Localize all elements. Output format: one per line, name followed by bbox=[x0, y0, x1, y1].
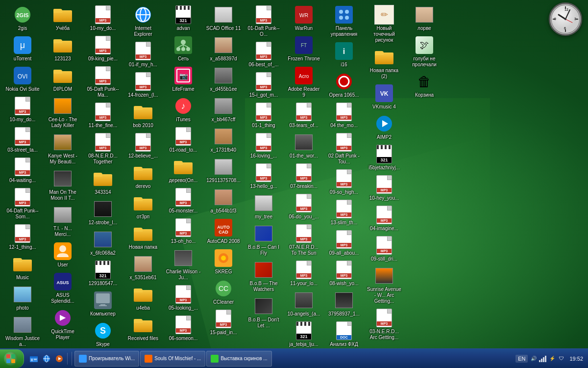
icon-mp3-01if[interactable]: 01-if_my_h... bbox=[123, 39, 163, 69]
ql-player[interactable] bbox=[53, 353, 65, 365]
ql-show-desktop[interactable] bbox=[28, 353, 40, 365]
icon-mp3-08nerd[interactable]: 08-N.E.R.D... Together bbox=[83, 131, 122, 166]
icon-photo-37958[interactable]: 37958937_1... bbox=[324, 289, 364, 318]
icon-sketch-new[interactable]: Новый точечный рисунок bbox=[365, 3, 404, 44]
icon-mp3-09kingpie[interactable]: 09-king_pie... bbox=[83, 33, 122, 63]
icon-photo-tl[interactable]: T.I. - N... Merci... bbox=[43, 203, 82, 238]
icon-mp3-05monster[interactable]: 05-monster... bbox=[164, 185, 203, 215]
icon-clap-i5bjet[interactable]: i5bjetazhniyj... bbox=[365, 142, 404, 172]
taskbar-mischief-btn[interactable]: Souls Of Mischief - ... bbox=[140, 351, 205, 367]
icon-photo-charlie[interactable]: Charlie Wilson - Ju... bbox=[164, 246, 203, 282]
icon-photo-bobwatch[interactable]: B.o.B — The Watchers bbox=[244, 258, 283, 293]
icon-korzina[interactable]: 🗑Корзина bbox=[405, 70, 444, 99]
icon-frozen[interactable]: FTFrozen Throne bbox=[284, 33, 323, 63]
taskbar-clock[interactable]: 19:52 bbox=[567, 356, 585, 362]
icon-mp3-04imagine[interactable]: 04-imagine... bbox=[365, 203, 404, 233]
icon-mp3-08wish[interactable]: 08-wish_yo... bbox=[324, 258, 364, 288]
icon-opera[interactable]: Opera 1065... bbox=[324, 70, 364, 99]
icon-mp3-03nerd[interactable]: 03-N.E.R.D... Arc Getting... bbox=[365, 306, 404, 342]
icon-mp3-06someone[interactable]: 06-someon... bbox=[164, 313, 203, 342]
icon-mp3-06doyou[interactable]: 06-do_you_... bbox=[284, 191, 323, 221]
icon-photo-x1731[interactable]: x_1731fb40 bbox=[204, 125, 243, 154]
icon-folder-ot3rp[interactable]: от3рп bbox=[123, 191, 163, 221]
icon-photo-photo[interactable]: photo bbox=[3, 283, 42, 312]
icon-itunes[interactable]: ♪iTunes bbox=[164, 94, 203, 124]
icon-comp[interactable]: Компьютер bbox=[83, 289, 122, 318]
icon-photo-x6f[interactable]: x_6fc068a2 bbox=[83, 228, 122, 257]
ql-ie[interactable] bbox=[41, 353, 52, 365]
icon-photo-ab544[interactable]: a_b544b1f3 bbox=[204, 185, 243, 215]
icon-ovi[interactable]: OVINokia Ovi Suite bbox=[3, 64, 42, 93]
icon-folder-123123[interactable]: 123123 bbox=[43, 33, 82, 63]
icon-photo-12strobe[interactable]: 12-strobe_l... bbox=[83, 197, 122, 227]
icon-autocad[interactable]: AUTOCADAutoCAD 2008 bbox=[204, 216, 243, 245]
icon-photo-wisdom[interactable]: Wisdom Justice a... bbox=[3, 313, 42, 348]
icon-photo-x5351[interactable]: x_5351eb61 bbox=[123, 252, 163, 282]
tray-network-icon[interactable] bbox=[539, 355, 547, 363]
icon-mp3-04daft[interactable]: 04-Daft Punk--Som... bbox=[3, 185, 42, 221]
icon-mp3-07nerd[interactable]: 07-N.E.R.D... To The Sun bbox=[284, 222, 323, 257]
icon-folder-derevo[interactable]: derevo bbox=[123, 161, 163, 190]
icon-folder-ucheба[interactable]: Учёба bbox=[43, 3, 82, 32]
icon-mp3-13ohhow[interactable]: 13-oh_ho... bbox=[164, 216, 203, 245]
icon-folder-derevo2[interactable]: дерево(Ол... bbox=[164, 155, 203, 184]
icon-folder-u4eba[interactable]: u4eba bbox=[123, 283, 163, 312]
icon-mp3-04waiting[interactable]: 04-waiting... bbox=[3, 155, 42, 184]
icon-mp3-121thing[interactable]: 12-1_thing... bbox=[3, 222, 42, 251]
icon-photo-xbb467[interactable]: x_bb467cff bbox=[204, 94, 243, 124]
icon-folder-novaya[interactable]: Новая папка bbox=[123, 222, 163, 251]
icon-photo-lorve[interactable]: лорве bbox=[405, 3, 444, 32]
icon-mp3-01daft2[interactable]: 01-Daft Punk--O... bbox=[244, 3, 283, 38]
icon-mp3-15igot[interactable]: 15-i_got_m... bbox=[244, 70, 283, 99]
icon-folder-received[interactable]: Received files bbox=[123, 313, 163, 342]
icon-utorrent[interactable]: μuTorrent bbox=[3, 33, 42, 63]
icon-folder-novaya2[interactable]: Новая папка (2) bbox=[365, 45, 404, 80]
icon-mp3-10my[interactable]: 10-my_do... bbox=[3, 94, 42, 124]
icon-i16[interactable]: ii16 bbox=[324, 39, 364, 69]
icon-mp3-16loving[interactable]: 16-loving_... bbox=[244, 131, 283, 160]
icon-mp3-15paid[interactable]: 15-paid_in... bbox=[204, 307, 243, 337]
icon-adobe[interactable]: AcroAdobe Reader 9 bbox=[284, 64, 323, 99]
icon-mp3-04themo[interactable]: 04 the_mo... bbox=[324, 100, 364, 130]
icon-mp3-11yourlo[interactable]: 11-your_lo... bbox=[284, 258, 323, 288]
icon-photo-xa588[interactable]: x_a588397d bbox=[204, 33, 243, 63]
icon-photo-manonmoon[interactable]: Man On The Moon II T... bbox=[43, 167, 82, 202]
icon-photo-scad[interactable]: SCAD Office 11 bbox=[204, 3, 243, 32]
icon-mp3-11fine[interactable]: 11-the_fine... bbox=[83, 100, 122, 130]
icon-photo-mytree[interactable]: my_tree bbox=[244, 191, 283, 221]
icon-photo-01theworld[interactable]: 01-the_wor... bbox=[284, 131, 323, 160]
language-indicator[interactable]: EN bbox=[515, 355, 528, 363]
icon-vkmusic[interactable]: VKVKmusic 4 bbox=[365, 81, 404, 111]
icon-golubi[interactable]: 🕊голуби не пролечали bbox=[405, 33, 444, 69]
icon-skype[interactable]: SSkype bbox=[83, 319, 122, 348]
icon-folder-diplom[interactable]: DIPLOM bbox=[43, 64, 82, 93]
icon-photo-10angels[interactable]: 10-angels_(a... bbox=[284, 289, 323, 318]
icon-mp3-13hellog[interactable]: 13-hello_g... bbox=[244, 161, 283, 190]
icon-photo-bobcan[interactable]: B.o.B — Can I Fly bbox=[244, 222, 283, 257]
icon-mp3-06best[interactable]: 06-best_of_... bbox=[244, 39, 283, 69]
icon-mp3-12believe[interactable]: 12-believe_... bbox=[123, 131, 163, 160]
icon-folder-music[interactable]: Music bbox=[3, 252, 42, 282]
icon-folder-bob2010[interactable]: bob 2010 bbox=[123, 100, 163, 130]
icon-mp3-011thing[interactable]: 01-1_thing bbox=[244, 100, 283, 130]
icon-panel[interactable]: Панель управления bbox=[324, 3, 364, 38]
icon-mp3-10heyyou[interactable]: 10-hey_you... bbox=[365, 173, 404, 202]
icon-lifeframe[interactable]: 📷LifeFrame bbox=[164, 64, 203, 93]
icon-skreg[interactable]: SKREG bbox=[204, 246, 243, 276]
icon-clap-advan[interactable]: advan bbox=[164, 3, 203, 32]
icon-photo-sunrise[interactable]: Sunrise Avenue - W... Arc Getting... bbox=[365, 264, 404, 305]
icon-photo-ceelo[interactable]: Cee-Lo - The Lady Killer bbox=[43, 94, 82, 130]
icon-mp3-01road[interactable]: 01-road_to... bbox=[164, 125, 203, 154]
tray-power-icon[interactable]: ⚡ bbox=[548, 355, 556, 363]
icon-mp3-10mydo2[interactable]: 10-my_do... bbox=[83, 3, 122, 32]
icon-mp3-05looking[interactable]: 05-looking_... bbox=[164, 283, 203, 312]
icon-ie[interactable]: Internet Explorer bbox=[123, 3, 163, 38]
icon-mp3-07breaking[interactable]: 07-breakin... bbox=[284, 161, 323, 190]
icon-asus[interactable]: ASUSASUS Splendid... bbox=[43, 270, 82, 305]
icon-user[interactable]: User bbox=[43, 239, 82, 269]
icon-doc-analis[interactable]: DOCАнализ ФХД bbox=[324, 319, 364, 348]
icon-clap-129[interactable]: 129180547... bbox=[83, 258, 122, 288]
taskbar-screen-btn[interactable]: Выставка скринов ... bbox=[206, 351, 271, 367]
icon-mp3-05daft[interactable]: 05-Daft Punk--Ma... bbox=[83, 64, 122, 99]
start-button[interactable] bbox=[0, 349, 24, 368]
